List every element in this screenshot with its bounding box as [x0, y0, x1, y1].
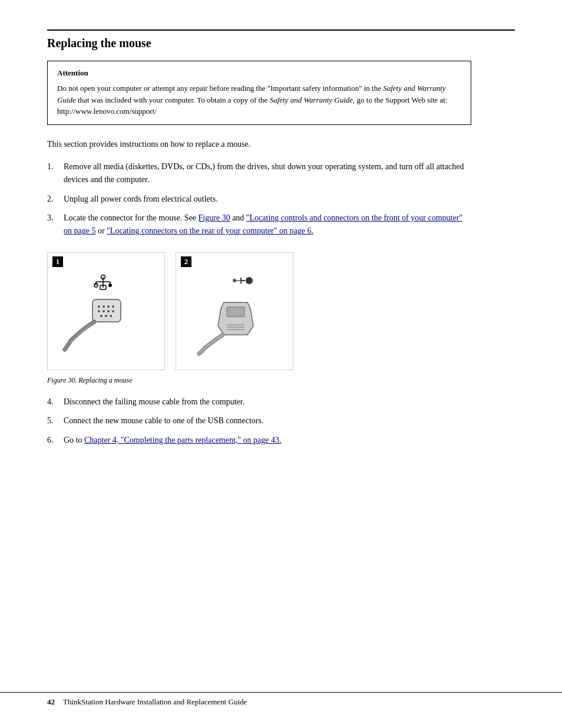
- intro-text: This section provides instructions on ho…: [47, 138, 471, 151]
- mouse-cable-illustration: [59, 264, 153, 358]
- step-num-5: 5.: [47, 414, 64, 427]
- step-text-1: Remove all media (diskettes, DVDs, or CD…: [64, 160, 471, 187]
- svg-point-10: [103, 305, 105, 308]
- svg-point-11: [107, 305, 110, 308]
- rear-connectors-link[interactable]: "Locating connectors on the rear of your…: [107, 226, 313, 235]
- chapter4-link[interactable]: Chapter 4, "Completing the parts replace…: [84, 436, 282, 444]
- svg-point-13: [98, 310, 100, 312]
- attention-text-3: , go to the Support Web site at:: [353, 95, 447, 104]
- page-title: Replacing the mouse: [47, 37, 515, 50]
- list-item: 3. Locate the connector for the mouse. S…: [47, 212, 471, 238]
- usb-connector-illustration: [187, 264, 282, 358]
- step3-text-before: Locate the connector for the mouse. See: [64, 213, 199, 222]
- list-item: 2. Unplug all power cords from electrica…: [47, 193, 471, 206]
- step-text-4: Disconnect the failing mouse cable from …: [64, 396, 471, 409]
- step3-text-mid2: or: [95, 226, 107, 235]
- svg-point-12: [112, 305, 114, 308]
- attention-italic-2: Safety and Warranty Guide: [270, 95, 353, 104]
- figure-box-2: 2: [176, 252, 293, 370]
- step-text-6: Go to Chapter 4, "Completing the parts r…: [64, 434, 471, 447]
- step-num-4: 4.: [47, 396, 64, 409]
- attention-url: http://www.lenovo.com/support/: [57, 107, 157, 116]
- svg-point-9: [98, 305, 100, 308]
- footer-text: ThinkStation Hardware Installation and R…: [63, 697, 247, 707]
- figure-box-1: 1: [47, 252, 165, 370]
- page: Replacing the mouse Attention Do not ope…: [0, 0, 562, 728]
- svg-point-18: [105, 315, 107, 317]
- attention-text: Do not open your computer or attempt any…: [57, 83, 461, 117]
- top-rule: [47, 29, 515, 31]
- step-num-3: 3.: [47, 212, 64, 238]
- list-item: 4. Disconnect the failing mouse cable fr…: [47, 396, 471, 409]
- attention-text-2: that was included with your computer. To…: [76, 95, 270, 104]
- step3-text-mid1: and: [230, 213, 246, 222]
- figure-caption: Figure 30. Replacing a mouse: [47, 376, 515, 385]
- svg-point-17: [100, 315, 103, 317]
- figure-label-1: 1: [52, 256, 63, 267]
- svg-point-24: [233, 279, 236, 282]
- page-number: 42: [47, 697, 55, 707]
- step-num-2: 2.: [47, 193, 64, 206]
- svg-point-19: [110, 315, 112, 317]
- svg-point-16: [112, 310, 114, 312]
- svg-point-20: [246, 277, 253, 284]
- figure-label-2: 2: [181, 256, 191, 267]
- attention-label: Attention: [57, 68, 461, 78]
- step-num-1: 1.: [47, 160, 64, 187]
- steps-list: 1. Remove all media (diskettes, DVDs, or…: [47, 160, 471, 238]
- step6-text-before: Go to: [64, 436, 84, 444]
- figure30-link[interactable]: Figure 30: [199, 213, 230, 222]
- svg-rect-8: [92, 299, 121, 322]
- list-item: 1. Remove all media (diskettes, DVDs, or…: [47, 160, 471, 187]
- list-item: 6. Go to Chapter 4, "Completing the part…: [47, 434, 471, 447]
- step-num-6: 6.: [47, 434, 64, 447]
- attention-box: Attention Do not open your computer or a…: [47, 61, 471, 125]
- step-text-3: Locate the connector for the mouse. See …: [64, 212, 471, 238]
- step-text-2: Unplug all power cords from electrical o…: [64, 193, 471, 206]
- svg-point-7: [108, 284, 112, 287]
- svg-point-14: [103, 310, 105, 312]
- svg-point-15: [107, 310, 110, 312]
- list-item: 5. Connect the new mouse cable to one of…: [47, 414, 471, 427]
- footer: 42 ThinkStation Hardware Installation an…: [0, 692, 562, 707]
- steps-list-continued: 4. Disconnect the failing mouse cable fr…: [47, 396, 471, 447]
- figure-area: 1: [47, 252, 515, 370]
- svg-rect-25: [227, 307, 244, 317]
- attention-text-1: Do not open your computer or attempt any…: [57, 84, 383, 93]
- step-text-5: Connect the new mouse cable to one of th…: [64, 414, 471, 427]
